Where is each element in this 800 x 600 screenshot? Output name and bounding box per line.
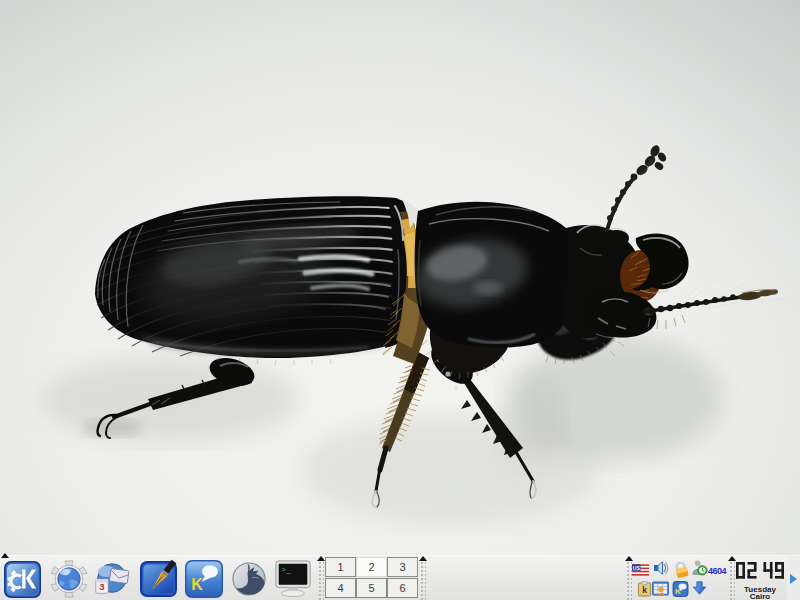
- svg-text:US: US: [633, 565, 641, 571]
- svg-text:k: k: [642, 585, 647, 595]
- svg-text:K: K: [191, 576, 203, 593]
- svg-text:_: _: [285, 567, 291, 575]
- svg-text:K: K: [675, 587, 681, 596]
- svg-text:3: 3: [99, 581, 104, 592]
